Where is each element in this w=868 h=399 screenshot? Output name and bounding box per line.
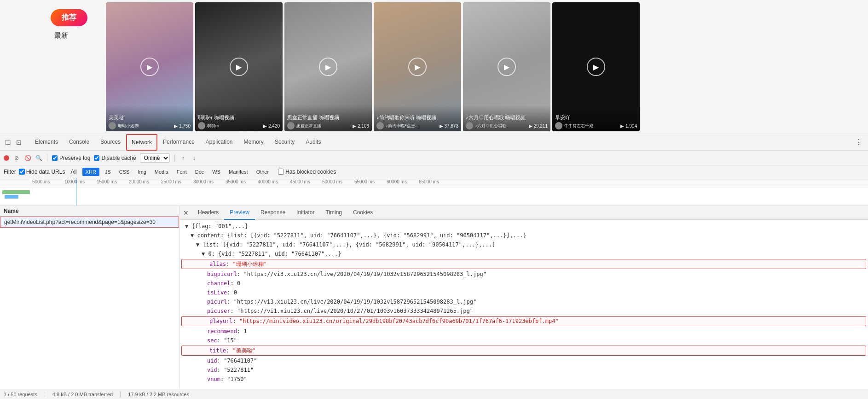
video-author-5: 牛牛贫左右千藏: [564, 123, 593, 129]
video-count-5: ▶ 1,904: [620, 123, 637, 129]
main-split: Name getMiniVideoList.php?act=recommend&…: [0, 206, 868, 389]
filter-manifest[interactable]: Manifest: [226, 168, 251, 176]
ruler-mark-3: 20000 ms: [129, 179, 149, 184]
filter-css[interactable]: CSS: [116, 168, 133, 176]
ruler-mark-0: 5000 ms: [32, 179, 50, 184]
json-line-7: isLive: 0: [179, 288, 868, 297]
inspect-icon[interactable]: ☐: [4, 138, 12, 147]
video-author-3: ♪简约今晚8点王...: [386, 123, 418, 129]
video-avatar-5: [555, 122, 562, 129]
search-icon[interactable]: 🔍: [35, 154, 42, 162]
play-button-5[interactable]: ▶: [587, 58, 605, 76]
video-avatar-4: [466, 122, 473, 129]
tab-security[interactable]: Security: [269, 134, 300, 151]
json-line-13: title: "美美哒": [181, 346, 866, 356]
request-list: Name getMiniVideoList.php?act=recommend&…: [0, 206, 179, 389]
tab-console[interactable]: Console: [64, 134, 95, 151]
devtools-panel: ☐ ⊡ Elements Console Sources Network Per…: [0, 134, 868, 399]
preview-tab-cookies[interactable]: Cookies: [347, 206, 378, 220]
json-line-0: ▼ {flag: "001",...}: [179, 222, 868, 231]
tab-memory[interactable]: Memory: [238, 134, 269, 151]
network-toolbar: ⊘ 🚫 🔍 Preserve log Disable cache Online …: [0, 151, 868, 165]
filter-img[interactable]: Img: [135, 168, 149, 176]
resources-size: 17.9 kB / 2.2 MB resources: [128, 392, 189, 397]
preview-tab-initiator[interactable]: Initiator: [291, 206, 320, 220]
ruler-mark-12: 65000 ms: [419, 179, 439, 184]
ruler-mark-5: 30000 ms: [193, 179, 214, 184]
device-icon[interactable]: ⊡: [15, 138, 23, 147]
preview-tab-headers[interactable]: Headers: [192, 206, 224, 220]
recommend-button[interactable]: 推荐: [51, 9, 87, 26]
json-line-2: ▼ list: [{vid: "5227811", uid: "76641107…: [179, 240, 868, 249]
json-line-16: vnum: "1750": [179, 375, 868, 384]
preview-tab-timing[interactable]: Timing: [320, 206, 347, 220]
preserve-log-checkbox[interactable]: Preserve log: [52, 155, 90, 161]
status-sep-1: [45, 392, 45, 397]
more-tabs-icon[interactable]: ⋮: [851, 138, 866, 147]
video-grid: ▶美美哒珊瑚小迷糊▶ 1,750▶弱弱er 嗨唱视频弱弱er▶ 2,420▶思鑫…: [106, 2, 640, 131]
video-card-2[interactable]: ▶思鑫正常直播 嗨唱视频思鑫正常直播▶ 2,103: [284, 2, 372, 131]
disable-cache-checkbox[interactable]: Disable cache: [94, 155, 136, 161]
timeline-ruler: 5000 ms10000 ms15000 ms20000 ms25000 ms3…: [0, 178, 868, 188]
timeline-bar-2: [5, 195, 18, 199]
tab-audits[interactable]: Audits: [300, 134, 326, 151]
request-item[interactable]: getMiniVideoList.php?act=recommend&page=…: [0, 217, 179, 228]
tab-application[interactable]: Application: [200, 134, 238, 151]
filter-js[interactable]: JS: [102, 168, 114, 176]
play-button-3[interactable]: ▶: [408, 58, 427, 76]
play-button-1[interactable]: ▶: [230, 58, 248, 76]
video-card-1[interactable]: ▶弱弱er 嗨唱视频弱弱er▶ 2,420: [195, 2, 283, 131]
tab-sources[interactable]: Sources: [95, 134, 126, 151]
filter-xhr[interactable]: XHR: [82, 168, 99, 176]
close-preview-icon[interactable]: ✕: [179, 209, 192, 217]
preview-tab-response[interactable]: Response: [255, 206, 291, 220]
preview-tab-preview[interactable]: Preview: [224, 206, 255, 220]
video-card-0[interactable]: ▶美美哒珊瑚小迷糊▶ 1,750: [106, 2, 193, 131]
video-author-4: ♪六月♡用心唱歌: [475, 123, 506, 129]
request-count: 1 / 50 requests: [4, 392, 37, 397]
preview-tabbar: ✕ Headers Preview Response Initiator Tim…: [179, 206, 868, 220]
tab-elements[interactable]: Elements: [29, 134, 64, 151]
video-count-1: ▶ 2,420: [263, 123, 280, 129]
json-line-5: bigpicurl: "https://vi3.xiu123.cn/live/2…: [179, 270, 868, 279]
ruler-mark-9: 50000 ms: [322, 179, 342, 184]
filter-doc[interactable]: Doc: [192, 168, 207, 176]
all-filter[interactable]: All: [68, 168, 79, 176]
json-line-3: ▼ 0: {vid: "5227811", uid: "76641107",..…: [179, 249, 868, 258]
filter-media[interactable]: Media: [152, 168, 171, 176]
json-line-4: alias: "珊瑚小迷糊": [181, 259, 866, 269]
filter-font[interactable]: Font: [174, 168, 190, 176]
status-sep-2: [120, 392, 121, 397]
video-card-3[interactable]: ▶♪简约唱歌你来听 嗨唱视频♪简约今晚8点王...▶ 37,873: [374, 2, 461, 131]
tab-network[interactable]: Network: [126, 134, 157, 151]
blocked-cookies-checkbox[interactable]: Has blocked cookies: [278, 169, 336, 175]
video-card-4[interactable]: ▶♪六月♡用心唱歌 嗨唱视频♪六月♡用心唱歌▶ 29,211: [463, 2, 550, 131]
stop-icon[interactable]: ⊘: [13, 154, 20, 162]
tab-performance[interactable]: Performance: [157, 134, 200, 151]
video-card-5[interactable]: ▶早安吖牛牛贫左右千藏▶ 1,904: [552, 2, 640, 131]
throttle-select[interactable]: Online: [140, 153, 170, 163]
devtools-icons: ☐ ⊡: [2, 138, 25, 147]
video-title-2: 思鑫正常直播 嗨唱视频: [287, 114, 369, 121]
record-button[interactable]: [4, 155, 9, 161]
json-line-6: channel: 0: [179, 279, 868, 288]
clear-icon[interactable]: 🚫: [24, 154, 31, 162]
devtools-tabbar: ☐ ⊡ Elements Console Sources Network Per…: [0, 134, 868, 151]
play-button-2[interactable]: ▶: [319, 58, 337, 76]
hide-data-urls-checkbox[interactable]: Hide data URLs: [19, 169, 65, 175]
status-bar: 1 / 50 requests 4.8 kB / 2.0 MB transfer…: [0, 389, 868, 399]
video-count-0: ▶ 1,750: [174, 123, 191, 129]
ruler-mark-7: 40000 ms: [258, 179, 278, 184]
zuixin-label: 最新: [54, 31, 68, 40]
filter-ws[interactable]: WS: [209, 168, 223, 176]
json-line-1: ▼ content: {list: [{vid: "5227811", uid:…: [179, 231, 868, 240]
upload-icon[interactable]: ↑: [179, 154, 187, 162]
download-icon[interactable]: ↓: [191, 154, 198, 162]
play-button-4[interactable]: ▶: [498, 58, 516, 76]
video-count-3: ▶ 37,873: [440, 123, 458, 129]
video-title-3: ♪简约唱歌你来听 嗨唱视频: [376, 114, 458, 121]
play-button-0[interactable]: ▶: [140, 58, 159, 76]
filter-other[interactable]: Other: [254, 168, 272, 176]
video-author-0: 珊瑚小迷糊: [118, 123, 139, 129]
json-line-8: picurl: "https://vi3.xiu123.cn/live/2020…: [179, 297, 868, 306]
